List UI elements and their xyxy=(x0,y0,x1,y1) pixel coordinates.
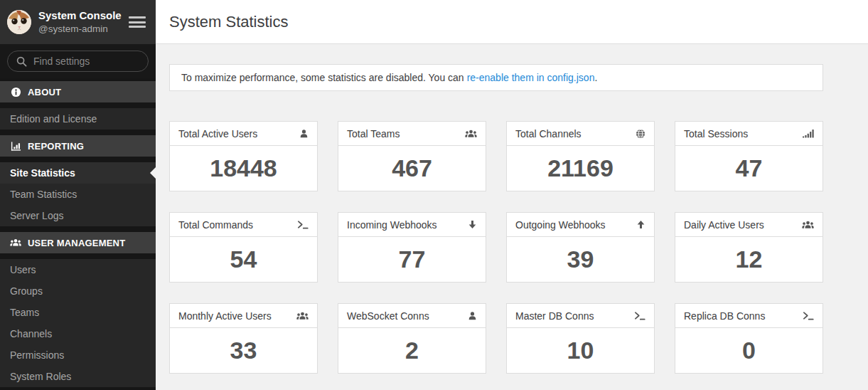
stat-card-monthly-active-users: Monthly Active Users 33 xyxy=(169,303,318,374)
nav-item-label: Teams xyxy=(10,307,39,318)
cat-avatar-image xyxy=(7,10,31,34)
nav-section-user-management: USER MANAGEMENT Users Groups Teams Chann… xyxy=(0,232,156,387)
admin-username: @system-admin xyxy=(38,23,129,36)
nav-item-label: Edition and License xyxy=(10,113,97,125)
bar-chart-icon xyxy=(10,140,21,152)
stat-card-daily-active-users: Daily Active Users 12 xyxy=(675,212,823,283)
stats-grid: Total Active Users 18448 Total Teams xyxy=(169,121,868,374)
stat-card-title: Total Commands xyxy=(178,219,253,231)
banner-text-period: . xyxy=(594,72,597,83)
nav-items: Site Statistics Team Statistics Server L… xyxy=(0,162,156,226)
sidebar: System Console @system-admin xyxy=(0,0,156,390)
stat-card-master-db-conns: Master DB Conns 10 xyxy=(506,303,655,374)
nav-item-label: Team Statistics xyxy=(10,189,77,200)
nav-items: Edition and License xyxy=(0,108,156,130)
search-icon xyxy=(16,56,27,67)
stat-card-replica-db-conns: Replica DB Conns 0 xyxy=(675,303,823,374)
stat-card-title: Master DB Conns xyxy=(515,310,594,322)
stat-card-title: Total Active Users xyxy=(178,128,257,139)
avatar xyxy=(7,10,31,34)
stat-card-title: WebSocket Conns xyxy=(347,310,429,322)
sidebar-item-team-statistics[interactable]: Team Statistics xyxy=(0,184,156,205)
stat-card-total-commands: Total Commands 54 xyxy=(169,212,318,283)
sidebar-item-site-statistics[interactable]: Site Statistics xyxy=(0,162,156,184)
nav-items: Users Groups Teams Channels Permissions … xyxy=(0,259,156,387)
nav-section-header-user-management: USER MANAGEMENT xyxy=(0,232,156,253)
sidebar-item-edition-and-license[interactable]: Edition and License xyxy=(0,108,156,130)
page-title: System Statistics xyxy=(169,13,288,31)
stat-card-title: Incoming Webhooks xyxy=(347,219,437,231)
nav-section-label: USER MANAGEMENT xyxy=(28,238,125,248)
stat-card-websocket-conns: WebSocket Conns 2 xyxy=(338,303,486,374)
sidebar-header: System Console @system-admin xyxy=(0,0,156,44)
nav-section-about: ABOUT Edition and License xyxy=(0,81,156,130)
terminal-icon xyxy=(803,311,814,320)
stat-card-value: 54 xyxy=(170,237,317,282)
stat-card-value: 77 xyxy=(338,237,486,282)
stat-card-title: Total Channels xyxy=(515,128,582,139)
reenable-config-link[interactable]: re-enable them in config.json xyxy=(467,72,595,83)
nav-section-label: ABOUT xyxy=(28,87,61,98)
console-title: System Console xyxy=(38,9,129,23)
nav-section-header-reporting: REPORTING xyxy=(0,135,156,157)
stat-card-total-sessions: Total Sessions 47 xyxy=(675,121,823,191)
stat-card-title: Replica DB Conns xyxy=(684,310,765,322)
sidebar-item-teams[interactable]: Teams xyxy=(0,302,156,323)
sidebar-header-text: System Console @system-admin xyxy=(38,9,129,36)
main-area: System Statistics To maximize performanc… xyxy=(156,0,868,390)
nav-item-label: Users xyxy=(10,264,36,275)
sidebar-item-groups[interactable]: Groups xyxy=(0,280,156,302)
nav-item-label: Permissions xyxy=(10,349,64,361)
stat-card-value: 0 xyxy=(675,328,823,373)
terminal-icon xyxy=(297,220,309,229)
stat-card-value: 18448 xyxy=(170,146,317,191)
sidebar-nav: ABOUT Edition and License xyxy=(0,78,156,390)
stat-card-value: 10 xyxy=(507,328,654,373)
stat-card-value: 47 xyxy=(675,146,823,191)
active-item-marker xyxy=(150,167,156,179)
user-icon xyxy=(299,129,309,139)
users-icon xyxy=(465,129,477,139)
stat-card-title: Total Sessions xyxy=(684,128,748,139)
arrow-up-icon xyxy=(636,220,645,229)
stat-card-value: 33 xyxy=(170,328,317,373)
menu-icon[interactable] xyxy=(129,16,146,28)
users-icon xyxy=(802,220,814,230)
users-icon xyxy=(10,237,21,248)
nav-section-label: REPORTING xyxy=(28,141,84,152)
stat-card-outgoing-webhooks: Outgoing Webhooks 39 xyxy=(506,212,655,283)
users-icon xyxy=(296,311,309,321)
sidebar-item-users[interactable]: Users xyxy=(0,259,156,280)
banner-text: To maximize performance, some statistics… xyxy=(181,72,464,83)
stat-card-total-teams: Total Teams 467 xyxy=(338,121,486,191)
stat-card-title: Daily Active Users xyxy=(684,219,764,231)
info-icon xyxy=(10,86,21,98)
nav-section-header-about: ABOUT xyxy=(0,81,156,102)
user-icon xyxy=(468,311,477,321)
signal-icon xyxy=(803,129,814,138)
sidebar-item-channels[interactable]: Channels xyxy=(0,323,156,344)
globe-icon xyxy=(636,129,645,139)
stat-card-value: 2 xyxy=(338,328,486,373)
arrow-down-icon xyxy=(468,220,477,229)
nav-item-label: Channels xyxy=(10,328,52,339)
stat-card-total-channels: Total Channels 21169 xyxy=(506,121,655,191)
search-box[interactable] xyxy=(7,51,149,72)
nav-item-label: System Roles xyxy=(10,371,71,382)
sidebar-search-area xyxy=(0,44,156,78)
nav-section-reporting: REPORTING Site Statistics Team Statistic… xyxy=(0,135,156,226)
performance-banner: To maximize performance, some statistics… xyxy=(169,64,823,91)
stat-card-value: 12 xyxy=(675,237,823,282)
sidebar-item-server-logs[interactable]: Server Logs xyxy=(0,205,156,226)
stat-card-total-active-users: Total Active Users 18448 xyxy=(169,121,318,191)
nav-item-label: Groups xyxy=(10,285,43,297)
content-area: To maximize performance, some statistics… xyxy=(156,44,868,390)
main-header: System Statistics xyxy=(156,0,868,44)
sidebar-item-permissions[interactable]: Permissions xyxy=(0,344,156,366)
stat-card-value: 21169 xyxy=(507,146,654,191)
search-input[interactable] xyxy=(33,56,139,67)
terminal-icon xyxy=(634,311,645,320)
nav-item-label: Server Logs xyxy=(10,210,63,221)
stat-card-value: 467 xyxy=(338,146,486,191)
sidebar-item-system-roles[interactable]: System Roles xyxy=(0,366,156,387)
